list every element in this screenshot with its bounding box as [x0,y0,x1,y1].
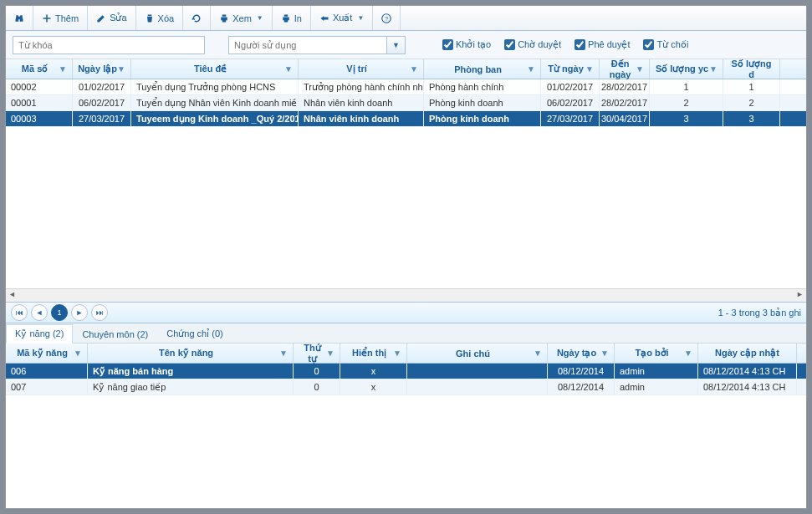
col-created[interactable]: Ngày tạo▼ [548,344,615,363]
cell-dept: Phòng hành chính [424,79,541,94]
plus-icon [42,13,52,23]
filter-icon[interactable]: ▼ [59,64,67,74]
filter-icon[interactable]: ▼ [600,349,609,358]
cell-skill-name: Kỹ năng giao tiếp [88,379,294,394]
col-order[interactable]: Thứ tự▼ [294,344,340,363]
h-scrollbar[interactable] [6,288,806,302]
cell-creator: admin [615,364,698,379]
filter-icon[interactable]: ▼ [74,349,82,358]
reject-label: Từ chối [656,39,688,50]
grid-body[interactable]: 0000201/02/2017Tuyển dụng Trưởng phòng H… [6,79,806,288]
cell-visible: x [340,379,407,394]
filter-icon[interactable]: ▼ [284,64,293,74]
view-button[interactable]: Xem ▼ [211,6,273,30]
cell-from: 01/02/2017 [541,79,600,94]
cell-code: 00001 [6,95,73,110]
wait-label: Chờ duyệt [518,39,561,50]
cell-position: Nhân viên kinh doanh [299,95,424,110]
edit-button[interactable]: Sửa [88,6,135,30]
filter-icon[interactable]: ▼ [326,349,335,358]
col-date[interactable]: Ngày lập▼ [73,59,131,79]
col-qty2[interactable]: Số lượng d [723,59,780,79]
tab-certs[interactable]: Chứng chỉ (0) [157,324,232,343]
cell-to: 28/02/2017 [600,95,650,110]
col-note[interactable]: Ghi chú▼ [407,344,548,363]
reject-checkbox[interactable]: Từ chối [643,39,688,50]
view-label: Xem [232,13,252,23]
cell-date: 27/03/2017 [73,111,131,126]
grid-header: Mã số▼ Ngày lập▼ Tiêu đề▼ Vị trí▼ Phòng … [6,59,806,79]
filter-icon[interactable]: ▼ [279,349,288,358]
tab-specialty[interactable]: Chuyên môn (2) [73,325,157,343]
filter-icon[interactable]: ▼ [636,64,644,74]
filter-icon[interactable]: ▼ [585,64,594,74]
init-checkbox[interactable]: Khởi tạo [442,39,491,50]
first-page-button[interactable]: ⏮ [11,304,28,321]
detail-grid-body[interactable]: 006Kỹ năng bán hàng0x08/12/2014admin08/1… [6,364,806,508]
page-1-button[interactable]: 1 [51,304,68,321]
cell-visible: x [340,364,407,379]
pager-info: 1 - 3 trong 3 bản ghi [718,308,801,318]
col-qty[interactable]: Số lượng yc▼ [650,59,723,79]
approve-checkbox[interactable]: Phê duyệt [575,39,630,50]
col-position[interactable]: Vị trí▼ [299,59,424,79]
cell-title: Tuyển dụng Nhân viên Kinh doanh miền Bắc [131,95,299,110]
filter-icon[interactable]: ▼ [527,64,535,74]
prev-page-button[interactable]: ◄ [31,304,48,321]
cell-qty: 1 [650,79,723,94]
chevron-down-icon[interactable]: ▼ [387,36,406,54]
col-from[interactable]: Từ ngày▼ [541,59,600,79]
filter-icon[interactable]: ▼ [117,64,125,74]
cell-created: 08/12/2014 [548,379,615,394]
table-row[interactable]: 0000201/02/2017Tuyển dụng Trưởng phòng H… [6,79,806,95]
detail-grid-header: Mã kỹ năng▼ Tên kỹ năng▼ Thứ tự▼ Hiển th… [6,344,806,364]
tab-skills[interactable]: Kỹ năng (2) [6,324,73,344]
wait-checkbox[interactable]: Chờ duyệt [504,39,561,50]
cell-position: Nhân viên kinh doanh [299,111,424,126]
search-button[interactable] [6,6,33,30]
cell-note [407,364,548,379]
cell-updated: 08/12/2014 4:13 CH [698,364,797,379]
delete-button[interactable]: Xóa [136,6,184,30]
table-row[interactable]: 006Kỹ năng bán hàng0x08/12/2014admin08/1… [6,364,806,379]
filter-icon[interactable]: ▼ [410,64,418,74]
col-skill-name[interactable]: Tên kỹ năng▼ [88,344,294,363]
col-visible[interactable]: Hiển thị▼ [340,344,407,363]
cell-date: 06/02/2017 [73,95,131,110]
cell-skill-code: 006 [6,364,88,379]
export-icon [319,13,329,23]
cell-skill-name: Kỹ năng bán hàng [88,364,294,379]
col-title[interactable]: Tiêu đề▼ [131,59,299,79]
col-updated[interactable]: Ngày cập nhật [698,344,797,363]
col-creator[interactable]: Tạo bởi▼ [615,344,698,363]
next-page-button[interactable]: ► [71,304,88,321]
export-button[interactable]: Xuất ▼ [311,6,373,30]
col-code[interactable]: Mã số▼ [6,59,73,79]
keyword-input[interactable] [13,36,205,54]
col-dept[interactable]: Phòng ban▼ [424,59,541,79]
filter-icon[interactable]: ▼ [534,349,542,358]
refresh-button[interactable] [183,6,211,30]
col-skill-code[interactable]: Mã kỹ năng▼ [6,344,88,363]
cell-note [407,379,548,394]
table-row[interactable]: 007Kỹ năng giao tiếp0x08/12/2014admin08/… [6,379,806,395]
help-button[interactable]: ? [373,6,401,30]
cell-dept: Phòng kinh doanh [424,111,541,126]
user-input[interactable] [228,36,387,54]
table-row[interactable]: 0000106/02/2017Tuyển dụng Nhân viên Kinh… [6,95,806,111]
app-window: Thêm Sửa Xóa Xem ▼ In Xuất ▼ ? [5,5,807,509]
col-to[interactable]: Đến ngày▼ [600,59,650,79]
filter-bar: ▼ Khởi tạo Chờ duyệt Phê duyệt Từ chối [6,31,806,59]
filter-icon[interactable]: ▼ [709,64,718,74]
print-button[interactable]: In [273,6,311,30]
filter-icon[interactable]: ▼ [684,349,692,358]
delete-label: Xóa [158,13,175,23]
cell-to: 28/02/2017 [600,79,650,94]
filter-icon[interactable]: ▼ [393,349,401,358]
help-icon: ? [381,13,391,23]
user-combo[interactable]: ▼ [228,36,406,54]
table-row[interactable]: 0000327/03/2017Tuyeem dụng Kinh doanh _Q… [6,111,806,127]
last-page-button[interactable]: ⏭ [91,304,108,321]
add-button[interactable]: Thêm [33,6,88,30]
printer-icon [281,13,291,23]
